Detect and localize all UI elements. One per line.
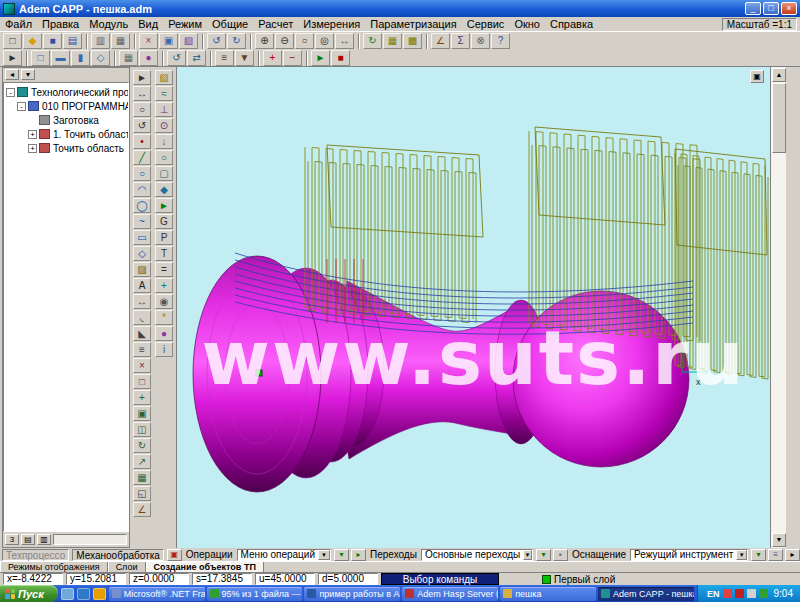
task-button[interactable]: Microsoft® .NET Frame... [109,587,205,601]
remove-operation-icon[interactable]: − [283,50,302,66]
settings-icon[interactable]: ⊗ [471,33,490,49]
volume-icon[interactable] [747,589,756,598]
language-indicator[interactable]: EN [707,589,720,599]
group-icon[interactable]: ◱ [133,486,151,501]
angle-measure-icon[interactable]: ∠ [133,502,151,517]
expand-expander-icon[interactable]: + [28,130,37,139]
preview-icon[interactable]: ▦ [111,33,130,49]
layer-color-swatch[interactable] [542,575,551,584]
tooling-combo[interactable]: Режущий инструмент ▼ [630,549,748,561]
zoom-all-icon[interactable]: ◎ [315,33,334,49]
module-mode-box[interactable]: Механообработка [72,549,164,561]
fillet-icon[interactable]: ◟ [133,310,151,325]
render-icon[interactable]: ● [155,326,173,341]
lathe-icon[interactable]: ⊙ [155,118,173,133]
mirror-icon[interactable]: ◫ [133,422,151,437]
drill-icon[interactable]: ↓ [155,134,173,149]
select-arrow-icon[interactable]: ► [3,50,22,66]
menu-Модуль[interactable]: Модуль [84,17,133,31]
tool-icon[interactable]: T [155,246,173,261]
zoom-out-icon[interactable]: ⊖ [275,33,294,49]
task-button[interactable]: Adem CAPP - пешка.а... [598,587,694,601]
print-icon[interactable]: ▥ [91,33,110,49]
rotate-object-icon[interactable]: ↻ [133,438,151,453]
calculator-icon[interactable]: Σ [451,33,470,49]
expand-expander-icon[interactable]: + [28,144,37,153]
maximize-button[interactable]: □ [763,2,779,15]
chevron-down-icon[interactable]: ▼ [523,550,532,560]
model-view-icon[interactable]: ◉ [155,294,173,309]
offset-icon[interactable]: ≡ [133,342,151,357]
dock-panel-button[interactable]: ◂ [5,69,19,80]
snap-point[interactable] [256,370,262,376]
text-tool-icon[interactable]: A [133,278,151,293]
pocket-icon[interactable]: ▢ [155,166,173,181]
save-file-icon[interactable]: ■ [43,33,62,49]
more-icon[interactable]: ▸ [785,549,800,561]
tree-item[interactable]: Заготовка [4,113,128,127]
layers-icon[interactable]: ≡ [215,50,234,66]
chevron-down-icon[interactable]: ▼ [736,550,747,560]
tree-item[interactable]: +Точить область [4,141,128,155]
gcode-icon[interactable]: G [155,214,173,229]
scroll-down-icon[interactable]: ▼ [772,533,786,547]
postprocessor-icon[interactable]: P [155,230,173,245]
menu-Измерения[interactable]: Измерения [298,17,365,31]
grid-view-button[interactable]: ▥ [37,534,51,545]
page-3-button[interactable]: 3 [5,534,19,545]
task-button[interactable]: 95% из 1 файла — Загр... [207,587,303,601]
transitions-combo[interactable]: Основные переходы ▼ [421,549,533,561]
open-file-icon[interactable]: ◆ [23,33,42,49]
ellipse-icon[interactable]: ◯ [133,198,151,213]
chevron-down-icon[interactable]: ▼ [318,550,330,560]
media-player-icon[interactable] [93,588,106,600]
pointer-icon[interactable]: ► [133,70,151,85]
edit-transition-icon[interactable]: ▪ [553,549,568,561]
refresh-icon[interactable]: ↻ [363,33,382,49]
viewport[interactable]: x www.suts.ru ▣ [176,67,770,548]
move-icon[interactable]: + [133,390,151,405]
view-side-icon[interactable]: ▮ [71,50,90,66]
grid-icon[interactable]: ▦ [383,33,402,49]
trim-icon[interactable]: × [133,358,151,373]
vertical-scrollbar[interactable]: ▲ ▼ [770,67,786,548]
save-all-icon[interactable]: ▤ [63,33,82,49]
stock-icon[interactable]: ▧ [155,70,173,85]
dimension-icon[interactable]: ↔ [133,294,151,309]
undo-icon[interactable]: ↺ [207,33,226,49]
rotate-view-icon[interactable]: ↺ [167,50,186,66]
view-front-icon[interactable]: □ [31,50,50,66]
close-button[interactable]: × [781,2,797,15]
scroll-up-icon[interactable]: ▲ [772,68,786,82]
point-icon[interactable]: • [133,134,151,149]
spin-view-icon[interactable]: ⇄ [187,50,206,66]
status-tab-2[interactable]: Слои [108,562,146,572]
minimize-button[interactable]: _ [745,2,761,15]
start-button[interactable]: Пуск [0,585,58,602]
axes-icon[interactable]: + [155,278,173,293]
rectangle-icon[interactable]: ▭ [133,230,151,245]
list-view-button[interactable]: ▤ [21,534,35,545]
erase-icon[interactable]: □ [133,374,151,389]
contour-icon[interactable]: ○ [155,150,173,165]
insert-operation-icon[interactable]: ▾ [334,549,349,561]
parameters-icon[interactable]: = [155,262,173,277]
menu-Общие[interactable]: Общие [207,17,253,31]
hatch-icon[interactable]: ▨ [133,262,151,277]
run-operation-icon[interactable]: ▸ [351,549,366,561]
status-tab-3[interactable]: Создание объектов ТП [146,562,264,572]
line-icon[interactable]: ╱ [133,150,151,165]
copy-object-icon[interactable]: ▣ [133,406,151,421]
collapse-expander-icon[interactable]: - [6,88,15,97]
menu-Сервис[interactable]: Сервис [462,17,510,31]
task-button[interactable]: Adem Hasp Server (lab2... [402,587,498,601]
menu-Параметризация[interactable]: Параметризация [365,17,461,31]
mdi-restore-button[interactable]: ▣ [750,70,764,83]
insert-transition-icon[interactable]: ▾ [536,549,551,561]
paste-icon[interactable]: ▧ [179,33,198,49]
mill-icon[interactable]: ⊥ [155,102,173,117]
network-icon[interactable] [759,589,768,598]
filter-icon[interactable]: ▼ [235,50,254,66]
copy-icon[interactable]: ▣ [159,33,178,49]
zoom-in-icon[interactable]: ⊕ [255,33,274,49]
